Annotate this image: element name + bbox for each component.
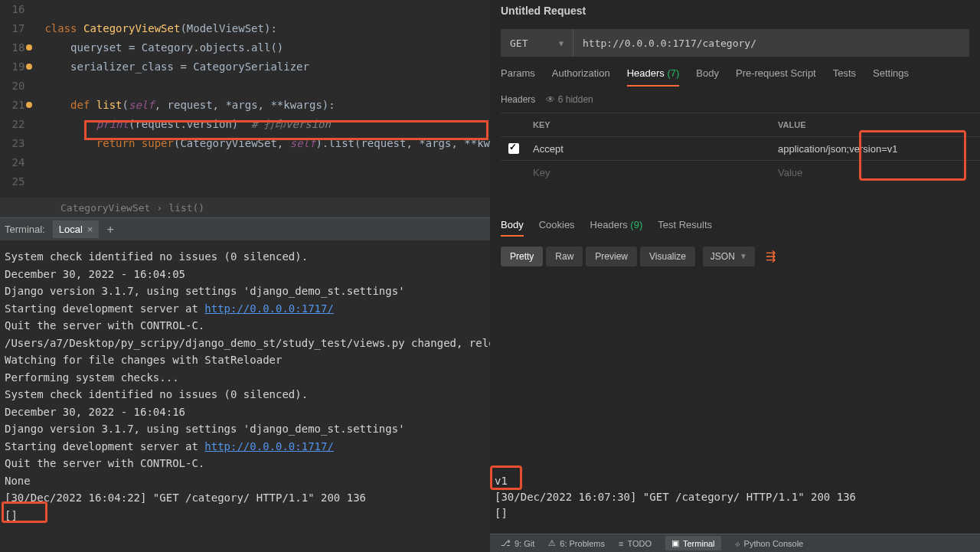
lang-select[interactable]: JSON ▼ [703, 247, 755, 266]
url-bar: GET▼ http://0.0.0.0:1717/category/ [501, 29, 969, 57]
resp-tab-body[interactable]: Body [501, 219, 524, 237]
checkbox[interactable] [508, 143, 519, 154]
breadcrumb-method[interactable]: list() [168, 202, 204, 214]
breadcrumb-sep: › [156, 202, 162, 214]
th-key: KEY [527, 120, 772, 129]
add-terminal-button[interactable]: + [106, 223, 113, 237]
python-console-tab[interactable]: ⟐Python Console [735, 539, 804, 548]
url-input[interactable]: http://0.0.0.0:1717/category/ [573, 38, 969, 49]
tab-tests[interactable]: Tests [833, 67, 856, 87]
wrap-icon[interactable]: ⇶ [760, 246, 782, 266]
headers-label: Headers [501, 94, 535, 105]
breadcrumb[interactable]: CategoryViewSet › list() [0, 198, 490, 217]
response-tabs: BodyCookiesHeaders (9)Test Results [490, 219, 980, 237]
git-tab[interactable]: ⎇9: Git [501, 538, 534, 548]
tab-pre-request-script[interactable]: Pre-request Script [736, 67, 816, 87]
th-value: VALUE [772, 120, 980, 129]
bottom-toolbar: ⎇9: Git ⚠6: Problems ≡TODO ▣Terminal ⟐Py… [490, 534, 980, 552]
close-icon[interactable]: × [87, 224, 93, 235]
todo-tab[interactable]: ≡TODO [619, 539, 652, 548]
request-title[interactable]: Untitled Request [490, 0, 980, 21]
resp-tab-cookies[interactable]: Cookies [539, 219, 575, 237]
header-key[interactable]: Accept [527, 143, 772, 155]
headers-table: KEY VALUE Acceptapplication/json;version… [501, 113, 980, 184]
resp-tab-headers[interactable]: Headers (9) [590, 219, 643, 237]
view-preview[interactable]: Preview [586, 247, 637, 266]
tab-authorization[interactable]: Authorization [552, 67, 610, 87]
response-toolbar: PrettyRawPreviewVisualize JSON ▼ ⇶ [490, 237, 980, 276]
tab-headers[interactable]: Headers (7) [627, 67, 680, 87]
terminal-tab-btn[interactable]: ▣Terminal [665, 536, 721, 550]
terminal-tab-bar: Terminal: Local × + [0, 217, 490, 240]
terminal-label: Terminal: [5, 224, 45, 235]
view-pretty[interactable]: Pretty [501, 247, 543, 266]
tab-settings[interactable]: Settings [873, 67, 909, 87]
terminal-output-right[interactable]: v1[30/Dec/2022 16:07:30] "GET /category/… [490, 473, 980, 521]
request-tabs: ParamsAuthorizationHeaders (7)BodyPre-re… [490, 57, 980, 87]
code-editor[interactable]: 16171819202122232425 class CategoryViewS… [0, 0, 490, 198]
view-visualize[interactable]: Visualize [640, 247, 695, 266]
key-input-placeholder[interactable]: Key [527, 167, 772, 178]
tab-body[interactable]: Body [696, 67, 719, 87]
problems-tab[interactable]: ⚠6: Problems [548, 538, 605, 548]
resp-tab-test-results[interactable]: Test Results [658, 219, 712, 237]
header-value[interactable]: application/json;version=v1 [772, 143, 980, 155]
view-raw[interactable]: Raw [546, 247, 583, 266]
eye-icon[interactable]: 👁 6 hidden [546, 94, 593, 105]
value-input-placeholder[interactable]: Value [772, 167, 980, 178]
method-select[interactable]: GET▼ [501, 29, 573, 57]
terminal-output[interactable]: System check identified no issues (0 sil… [0, 240, 490, 531]
tab-params[interactable]: Params [501, 67, 535, 87]
breadcrumb-class[interactable]: CategoryViewSet [60, 202, 150, 214]
terminal-tab-local[interactable]: Local × [53, 220, 100, 238]
